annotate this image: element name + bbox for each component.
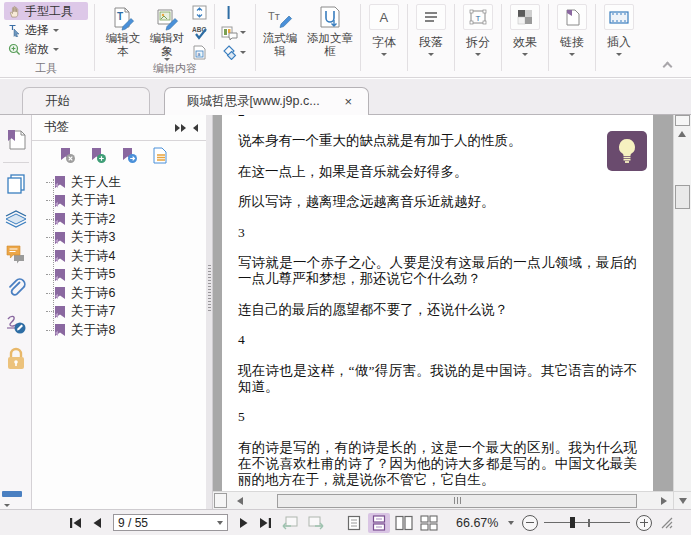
- object-note-button[interactable]: [221, 24, 246, 41]
- slider-track: [544, 522, 630, 523]
- zoom-slider[interactable]: [544, 515, 630, 531]
- previous-page-button[interactable]: [87, 513, 107, 533]
- text-cursor-button[interactable]: [221, 4, 246, 21]
- collapse-panel-icon[interactable]: [193, 124, 198, 132]
- single-page-view-button[interactable]: [343, 513, 365, 533]
- add-bookmark-button[interactable]: [89, 146, 107, 164]
- bookmark-icon: [54, 231, 67, 245]
- pages-icon: [5, 173, 27, 195]
- page-dropdown-caret: [217, 521, 223, 525]
- tab-close-icon[interactable]: ×: [342, 95, 354, 108]
- zoom-tool-button[interactable]: 缩放: [4, 40, 88, 58]
- goto-bookmark-button[interactable]: [120, 146, 138, 164]
- zoom-in-button[interactable]: [636, 515, 652, 531]
- effects-button[interactable]: 效果: [504, 0, 546, 77]
- first-page-button[interactable]: [64, 513, 87, 533]
- bookmark-item[interactable]: 关于人生: [32, 173, 206, 192]
- layers-panel-button[interactable]: [2, 204, 30, 234]
- split-button[interactable]: T 拆分: [457, 0, 499, 77]
- navstrip-overflow-caret[interactable]: [4, 504, 10, 507]
- lock-icon: [5, 347, 27, 371]
- continuous-facing-view-button[interactable]: [418, 513, 440, 533]
- zoom-level-value[interactable]: 66.67%: [456, 516, 498, 530]
- bookmark-item[interactable]: 关于诗3: [32, 229, 206, 248]
- tip-lightbulb-button[interactable]: [607, 131, 647, 171]
- bookmark-item[interactable]: 关于诗5: [32, 266, 206, 285]
- signature-panel-button[interactable]: [2, 309, 30, 339]
- svg-text:a: a: [198, 51, 201, 57]
- ribbon-collapse-button[interactable]: [661, 61, 673, 69]
- hand-tool-button[interactable]: 手型工具: [4, 2, 88, 20]
- zoom-magnifier-icon: [8, 43, 21, 56]
- effects-label: 效果: [513, 34, 537, 51]
- insert-icon: [604, 4, 634, 30]
- next-view-button[interactable]: [303, 513, 329, 533]
- delete-bookmark-button[interactable]: [58, 146, 76, 164]
- flow-edit-button[interactable]: Tт 流式编辑: [258, 0, 302, 77]
- object-note-caret: [240, 31, 246, 34]
- scroll-up-arrow[interactable]: [678, 131, 686, 137]
- zoom-dropdown-caret[interactable]: [508, 521, 514, 525]
- link-button[interactable]: 链接: [551, 0, 593, 77]
- horizontal-scrollbar[interactable]: [213, 491, 673, 509]
- window-resize-grip[interactable]: [660, 516, 673, 529]
- page-list-icon[interactable]: [151, 146, 169, 164]
- page-layout-group: [343, 513, 440, 533]
- edit-text-button[interactable]: T 编辑文本: [101, 2, 145, 63]
- scroll-down-button[interactable]: [673, 491, 691, 509]
- select-tool-button[interactable]: 选择: [4, 21, 88, 39]
- ribbon-separator: [501, 4, 502, 71]
- scroll-split-handle[interactable]: [214, 493, 227, 508]
- zoom-out-button[interactable]: [522, 515, 538, 531]
- comments-icon: [5, 244, 27, 264]
- paragraph-button[interactable]: 段落: [410, 0, 452, 77]
- zoom-slider-thumb[interactable]: [570, 517, 575, 528]
- paragraph-icon: [416, 4, 446, 30]
- bookmark-item[interactable]: 关于诗2: [32, 210, 206, 229]
- select-tool-label: 选择: [25, 22, 49, 39]
- bookmark-item[interactable]: 关于诗7: [32, 303, 206, 322]
- last-page-button[interactable]: [254, 513, 277, 533]
- bookmark-item[interactable]: 关于诗1: [32, 192, 206, 211]
- attachments-panel-button[interactable]: [2, 274, 30, 304]
- panel-resize-handle[interactable]: [206, 115, 213, 509]
- comments-panel-button[interactable]: [2, 239, 30, 269]
- bookmark-item[interactable]: 关于诗6: [32, 284, 206, 303]
- spell-check-button[interactable]: ABC: [192, 24, 208, 41]
- vertical-scroll-thumb[interactable]: [675, 185, 690, 209]
- scroll-right-arrow[interactable]: [661, 497, 667, 505]
- expand-panel-icon[interactable]: [175, 124, 186, 132]
- join-objects-button[interactable]: [221, 44, 246, 61]
- page-number-input[interactable]: 9 / 55: [113, 514, 228, 531]
- pages-panel-button[interactable]: [2, 169, 30, 199]
- vertical-scrollbar[interactable]: [673, 115, 691, 491]
- insert-label: 插入: [607, 34, 631, 51]
- font-caret: [381, 53, 387, 56]
- insert-button[interactable]: 插入: [598, 0, 640, 77]
- translate-button[interactable]: a: [192, 44, 208, 61]
- bookmarks-panel-button[interactable]: [2, 125, 30, 155]
- continuous-view-button[interactable]: [368, 513, 390, 533]
- tools-group-label: 工具: [0, 61, 92, 76]
- tab-document[interactable]: 顾城哲思录[www.j9p.c... ×: [164, 87, 369, 115]
- security-panel-button[interactable]: [2, 344, 30, 374]
- facing-view-button[interactable]: [393, 513, 415, 533]
- font-button[interactable]: A 字体: [363, 0, 405, 77]
- next-page-button[interactable]: [234, 513, 254, 533]
- edit-object-button[interactable]: 编辑对象: [145, 2, 189, 63]
- pdf-page[interactable]: 2 说本身有一个重大的缺点就是有加于人的性质。 在这一点上，如果是音乐就会好得多…: [222, 115, 653, 491]
- add-article-box-button[interactable]: 添加文章框: [302, 0, 358, 77]
- tools-group: 手型工具 选择 缩放 工具: [0, 0, 92, 77]
- bookmark-item[interactable]: 关于诗8: [32, 321, 206, 340]
- partial-panel-icon[interactable]: [2, 491, 22, 497]
- scroll-down-arrow: [679, 498, 687, 504]
- previous-view-button[interactable]: [277, 513, 303, 533]
- bookmark-icon: [54, 323, 67, 337]
- scroll-left-arrow[interactable]: [237, 497, 243, 505]
- tab-start[interactable]: 开始: [22, 87, 150, 114]
- merge-split-text-button[interactable]: [192, 4, 208, 21]
- horizontal-scroll-thumb[interactable]: [277, 494, 637, 508]
- bookmark-item[interactable]: 关于诗4: [32, 247, 206, 266]
- scroll-split-handle[interactable]: [675, 115, 690, 126]
- ribbon-separator: [214, 4, 215, 49]
